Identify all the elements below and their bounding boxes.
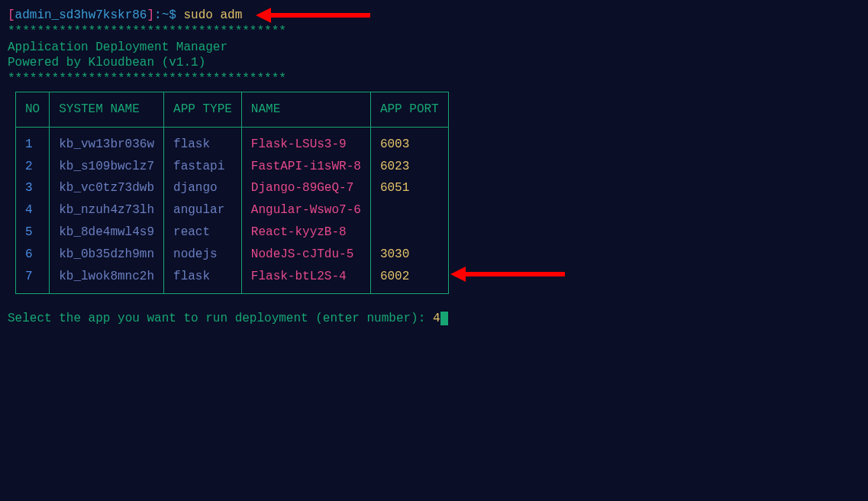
- cell-port: [370, 199, 448, 221]
- cell-no: 1: [16, 127, 50, 155]
- cell-no: 7: [16, 266, 50, 294]
- cell-name: Flask-LSUs3-9: [241, 127, 370, 155]
- prompt-user: admin_sd3hw7kskr86: [15, 8, 147, 22]
- cell-name: NodeJS-cJTdu-5: [241, 244, 370, 266]
- table-row: 3kb_vc0tz73dwbdjangoDjango-89GeQ-76051: [16, 177, 449, 199]
- cell-port: 6023: [370, 156, 448, 178]
- cell-sysname: kb_vc0tz73dwb: [50, 177, 164, 199]
- app-table: NO SYSTEM NAME APP TYPE NAME APP PORT 1k…: [15, 92, 449, 294]
- cell-apptype: flask: [164, 266, 242, 294]
- cell-no: 4: [16, 199, 50, 221]
- shell-prompt-line[interactable]: [admin_sd3hw7kskr86]:~$ sudo adm: [8, 8, 860, 24]
- cell-sysname: kb_vw13br036w: [50, 127, 164, 155]
- cell-port: [370, 221, 448, 244]
- header-no: NO: [16, 92, 50, 127]
- cell-name: Angular-Wswo7-6: [241, 199, 370, 221]
- table-body: 1kb_vw13br036wflaskFlask-LSUs3-960032kb_…: [16, 127, 449, 294]
- cell-apptype: fastapi: [164, 156, 242, 178]
- cell-sysname: kb_lwok8mnc2h: [50, 266, 164, 294]
- cell-name: Flask-btL2S-4: [241, 266, 370, 294]
- table-row: 6kb_0b35dzh9mnnodejsNodeJS-cJTdu-53030: [16, 244, 449, 266]
- command-text: sudo adm: [183, 8, 242, 22]
- app-table-container: NO SYSTEM NAME APP TYPE NAME APP PORT 1k…: [15, 92, 860, 294]
- cursor: [440, 312, 448, 325]
- prompt-bracket-open: [: [8, 8, 15, 22]
- header-sysname: SYSTEM NAME: [50, 92, 164, 127]
- table-row: 7kb_lwok8mnc2hflaskFlask-btL2S-46002: [16, 266, 449, 294]
- cell-no: 6: [16, 244, 50, 266]
- banner-title: Application Deployment Manager: [8, 40, 860, 56]
- banner-subtitle: Powered by Kloudbean (v1.1): [8, 55, 860, 71]
- cell-sysname: kb_nzuh4z73lh: [50, 199, 164, 221]
- table-row: 1kb_vw13br036wflaskFlask-LSUs3-96003: [16, 127, 449, 155]
- cell-port: 6003: [370, 127, 448, 155]
- cell-name: Django-89GeQ-7: [241, 177, 370, 199]
- table-row: 4kb_nzuh4z73lhangularAngular-Wswo7-6: [16, 199, 449, 221]
- cell-sysname: kb_s109bwclz7: [50, 156, 164, 178]
- cell-apptype: django: [164, 177, 242, 199]
- cell-sysname: kb_8de4mwl4s9: [50, 221, 164, 244]
- prompt-suffix: :~$: [154, 8, 183, 22]
- select-input-value[interactable]: 4: [433, 312, 440, 325]
- cell-apptype: angular: [164, 199, 242, 221]
- table-row: 5kb_8de4mwl4s9reactReact-kyyzB-8: [16, 221, 449, 244]
- table-row: 2kb_s109bwclz7fastapiFastAPI-i1sWR-86023: [16, 156, 449, 178]
- header-port: APP PORT: [370, 92, 448, 127]
- cell-apptype: flask: [164, 127, 242, 155]
- cell-port: 3030: [370, 244, 448, 266]
- cell-apptype: react: [164, 221, 242, 244]
- cell-no: 5: [16, 221, 50, 244]
- select-prompt-text: Select the app you want to run deploymen…: [8, 312, 433, 325]
- cell-name: React-kyyzB-8: [241, 221, 370, 244]
- cell-port: 6002: [370, 266, 448, 294]
- cell-no: 2: [16, 156, 50, 178]
- table-header-row: NO SYSTEM NAME APP TYPE NAME APP PORT: [16, 92, 449, 127]
- cell-sysname: kb_0b35dzh9mn: [50, 244, 164, 266]
- header-apptype: APP TYPE: [164, 92, 242, 127]
- prompt-bracket-close: ]: [147, 8, 154, 22]
- banner-stars-top: **************************************: [8, 24, 860, 40]
- select-prompt-line[interactable]: Select the app you want to run deploymen…: [8, 311, 860, 327]
- cell-apptype: nodejs: [164, 244, 242, 266]
- cell-no: 3: [16, 177, 50, 199]
- banner-stars-bottom: **************************************: [8, 71, 860, 87]
- cell-name: FastAPI-i1sWR-8: [241, 156, 370, 178]
- header-name: NAME: [241, 92, 370, 127]
- cell-port: 6051: [370, 177, 448, 199]
